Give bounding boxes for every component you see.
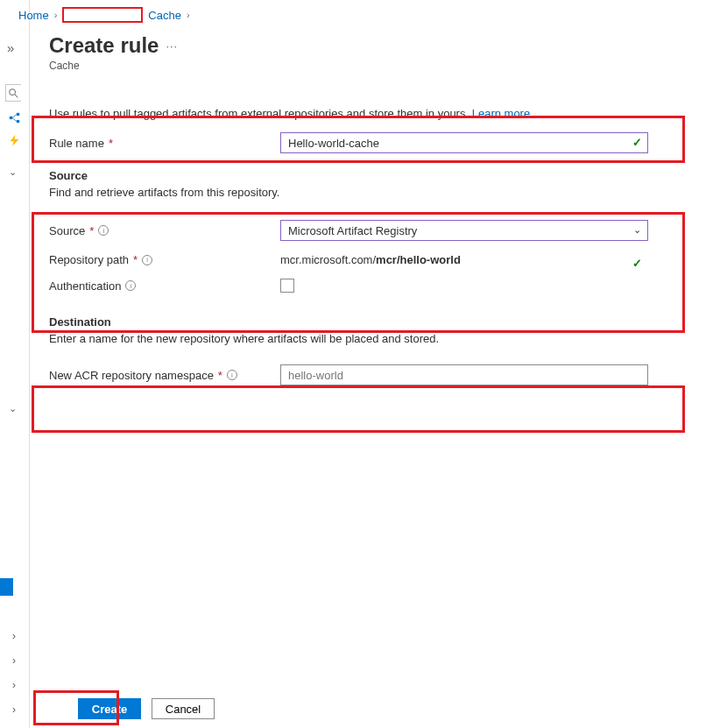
nav-icon-bolt[interactable] bbox=[9, 135, 20, 149]
more-actions-icon[interactable]: ··· bbox=[166, 39, 178, 53]
left-nav-rail: » ⌄ ⌄ › › › › bbox=[0, 0, 29, 728]
destination-description: Enter a name for the new repository wher… bbox=[49, 332, 701, 345]
chevron-down-icon[interactable]: ⌄ bbox=[9, 403, 17, 414]
repo-path-prefix: mcr.microsoft.com/ bbox=[280, 253, 376, 266]
main-panel: Home › Cache › Create rule ··· Cache Use… bbox=[29, 0, 720, 728]
info-icon[interactable]: i bbox=[125, 280, 136, 291]
required-marker: * bbox=[89, 224, 94, 237]
source-label: Source bbox=[49, 224, 85, 237]
chevron-right-icon: › bbox=[187, 10, 190, 20]
chevron-right-icon[interactable]: › bbox=[12, 703, 16, 716]
svg-line-6 bbox=[12, 118, 17, 122]
nav-icon-1[interactable] bbox=[9, 112, 20, 126]
breadcrumb-redacted bbox=[62, 7, 143, 23]
page-title: Create rule bbox=[49, 33, 159, 58]
required-marker: * bbox=[109, 137, 113, 150]
namespace-input[interactable] bbox=[280, 364, 648, 385]
namespace-label: New ACR repository namespace bbox=[49, 369, 214, 382]
info-icon[interactable]: i bbox=[142, 255, 152, 265]
chevron-right-icon[interactable]: › bbox=[12, 630, 16, 642]
rule-name-label: Rule name bbox=[49, 137, 104, 150]
chevron-right-icon[interactable]: › bbox=[12, 654, 16, 667]
svg-marker-7 bbox=[11, 135, 19, 146]
breadcrumb: Home › Cache › bbox=[17, 0, 720, 23]
destination-heading: Destination bbox=[49, 315, 701, 329]
required-marker: * bbox=[218, 369, 222, 382]
chevron-down-icon[interactable]: ⌄ bbox=[9, 166, 17, 178]
source-description: Find and retrieve artifacts from this re… bbox=[49, 186, 701, 199]
svg-rect-3 bbox=[17, 113, 19, 116]
breadcrumb-home[interactable]: Home bbox=[18, 9, 49, 22]
rule-name-input[interactable] bbox=[280, 132, 648, 153]
collapse-nav-icon[interactable]: » bbox=[7, 40, 14, 55]
cancel-button[interactable]: Cancel bbox=[152, 698, 215, 719]
chevron-right-icon: › bbox=[54, 10, 58, 20]
source-select-value: Microsoft Artifact Registry bbox=[288, 224, 417, 237]
svg-point-0 bbox=[10, 88, 16, 95]
learn-more-link[interactable]: Learn more bbox=[472, 107, 530, 120]
svg-line-1 bbox=[15, 94, 18, 96]
info-icon[interactable]: i bbox=[98, 225, 109, 236]
repo-path-input[interactable]: mcr.microsoft.com/mcr/hello-world bbox=[280, 253, 648, 266]
source-heading: Source bbox=[49, 169, 701, 182]
breadcrumb-cache[interactable]: Cache bbox=[148, 9, 181, 22]
auth-label: Authentication bbox=[49, 279, 121, 293]
info-icon[interactable]: i bbox=[227, 370, 237, 380]
active-nav-indicator bbox=[0, 578, 13, 596]
create-button[interactable]: Create bbox=[78, 698, 141, 719]
repo-path-value: mcr/hello-world bbox=[376, 253, 461, 266]
footer-actions: Create Cancel bbox=[59, 695, 720, 726]
search-icon[interactable] bbox=[5, 84, 21, 102]
required-marker: * bbox=[133, 253, 138, 266]
page-subtitle: Cache bbox=[49, 60, 701, 72]
svg-rect-2 bbox=[10, 117, 12, 119]
valid-check-icon: ✓ bbox=[632, 257, 642, 270]
valid-check-icon: ✓ bbox=[632, 136, 642, 149]
repo-path-label: Repository path bbox=[49, 253, 129, 266]
svg-rect-4 bbox=[17, 120, 19, 123]
svg-line-5 bbox=[12, 114, 17, 117]
chevron-right-icon[interactable]: › bbox=[12, 679, 16, 691]
auth-checkbox[interactable] bbox=[280, 279, 294, 293]
source-select[interactable]: Microsoft Artifact Registry bbox=[280, 220, 648, 241]
intro-text: Use rules to pull tagged artifacts from … bbox=[49, 107, 701, 120]
